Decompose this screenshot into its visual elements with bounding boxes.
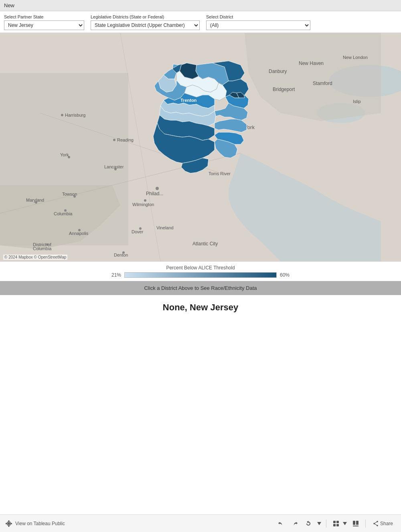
legend-title: Percent Below ALICE Threshold [8,265,393,271]
svg-text:Denton: Denton [114,253,128,257]
svg-text:Vineland: Vineland [156,225,174,230]
svg-line-64 [374,524,377,526]
svg-text:Toms River: Toms River [209,171,231,176]
share-button[interactable]: Share [370,519,396,528]
svg-rect-59 [353,526,358,526]
view-on-tableau-label: View on Tableau Public [15,521,65,526]
map-title: None, New Jersey [0,295,401,317]
svg-text:Maryland: Maryland [26,198,44,202]
legend-container: Percent Below ALICE Threshold 21% 60% [0,261,401,281]
svg-rect-53 [336,521,339,523]
toolbar-divider [326,520,326,528]
svg-text:New London: New London [343,55,368,60]
svg-rect-57 [353,521,355,525]
svg-point-9 [113,139,115,141]
svg-text:Columbia: Columbia [54,211,73,216]
svg-line-63 [374,522,377,524]
download-button[interactable] [350,518,361,529]
legislative-select[interactable]: State Legislative District (Upper Chambe… [91,20,200,30]
svg-rect-54 [333,524,336,526]
partner-state-control: Select Partner State New JerseyNew YorkP… [4,14,84,30]
bottom-toolbar: View on Tableau Public [0,514,401,532]
svg-text:Wilmington: Wilmington [132,202,154,207]
bottom-right-controls: Share [275,518,396,529]
svg-text:New Haven: New Haven [299,61,324,66]
map-svg: Harrisburg Reading York Lancaster Philad… [0,33,401,261]
svg-rect-50 [7,524,11,525]
district-label: Select District [206,14,310,19]
instruction-text: Click a District Above to See Race/Ethni… [144,285,257,291]
svg-text:Atlantic City: Atlantic City [192,241,218,247]
history-menu-button[interactable] [316,518,322,529]
instruction-bar: Click a District Above to See Race/Ethni… [0,281,401,295]
svg-point-17 [144,199,146,202]
content-area [0,317,401,477]
tableau-icon [5,520,13,528]
redo-button[interactable] [289,518,300,529]
svg-rect-55 [336,524,339,526]
svg-text:Stamford: Stamford [313,81,332,86]
legend-min-pct: 21% [111,272,121,278]
layout-button[interactable] [330,518,342,529]
layout-dropdown-button[interactable] [342,518,348,529]
map-attribution: © 2024 Mapbox © OpenStreetMap [3,255,67,260]
svg-text:Philad...: Philad... [146,191,163,196]
svg-rect-52 [333,521,336,523]
svg-text:York: York [60,152,69,157]
district-control: Select District (All)District 1District … [206,14,310,30]
svg-point-15 [156,187,159,190]
partner-state-select[interactable]: New JerseyNew YorkPennsylvaniaConnecticu… [4,20,84,30]
toolbar-divider-2 [365,520,366,528]
district-select[interactable]: (All)District 1District 2District 3 [206,20,310,30]
undo-button[interactable] [275,518,287,529]
svg-text:Reading: Reading [117,138,134,142]
svg-text:Trenton: Trenton [180,98,197,103]
legend-bar-row: 21% 60% [8,272,393,278]
view-on-tableau[interactable]: View on Tableau Public [5,520,65,528]
map-container[interactable]: Harrisburg Reading York Lancaster Philad… [0,33,401,261]
revert-button[interactable] [303,518,314,529]
legend-max-pct: 60% [280,272,290,278]
svg-rect-49 [7,522,11,523]
svg-marker-56 [343,522,347,525]
controls-row: Select Partner State New JerseyNew YorkP… [0,11,401,33]
svg-text:District ofColumbia: District ofColumbia [33,242,52,251]
svg-text:Islip: Islip [353,99,361,104]
svg-text:Annapolis: Annapolis [69,231,89,236]
svg-text:Danbury: Danbury [269,69,287,74]
svg-point-7 [61,114,63,116]
svg-text:Towson: Towson [62,192,77,196]
top-bar-label: New [4,2,14,8]
layout-controls [330,518,348,529]
svg-text:Harrisburg: Harrisburg [65,113,85,117]
legend-bar [124,272,277,278]
svg-text:Dover: Dover [132,229,144,234]
partner-state-label: Select Partner State [4,14,84,19]
svg-rect-46 [6,523,12,524]
svg-marker-51 [317,522,321,525]
svg-text:Lancaster: Lancaster [104,164,124,169]
legislative-control: Legislative Districts (State or Federal)… [91,14,200,30]
svg-text:Bridgeport: Bridgeport [273,87,295,92]
top-bar: New [0,0,401,11]
svg-rect-58 [356,521,358,525]
legislative-label: Legislative Districts (State or Federal) [91,14,200,19]
share-label: Share [380,521,393,526]
